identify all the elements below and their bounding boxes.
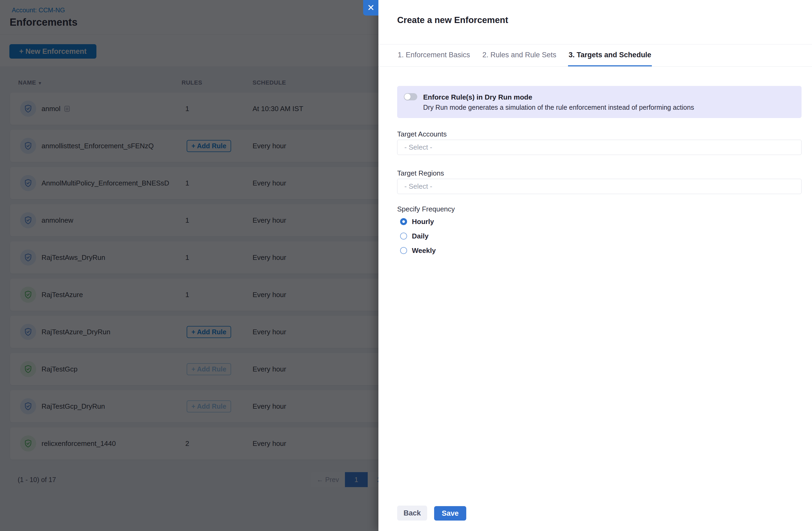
dry-run-description: Dry Run mode generates a simulation of t… bbox=[423, 104, 694, 111]
target-accounts-placeholder: - Select - bbox=[404, 143, 432, 151]
tab-enforcement-basics[interactable]: 1. Enforcement Basics bbox=[397, 44, 470, 67]
dry-run-banner: Enforce Rule(s) in Dry Run mode Dry Run … bbox=[397, 86, 801, 118]
save-button[interactable]: Save bbox=[434, 506, 466, 520]
toggle-knob bbox=[404, 94, 410, 100]
close-button[interactable] bbox=[363, 0, 378, 16]
target-regions-placeholder: - Select - bbox=[404, 182, 432, 191]
dry-run-label: Enforce Rule(s) in Dry Run mode bbox=[423, 93, 532, 101]
radio-icon[interactable] bbox=[400, 247, 407, 254]
frequency-option-weekly[interactable]: Weekly bbox=[400, 247, 436, 254]
wizard-tabs: 1. Enforcement Basics 2. Rules and Rule … bbox=[378, 44, 812, 67]
close-icon bbox=[367, 4, 374, 12]
dry-run-toggle[interactable] bbox=[404, 93, 417, 100]
screen: Account: CCM-NG Enforcements + New Enfor… bbox=[0, 0, 812, 531]
specify-frequency-label: Specify Frequency bbox=[397, 205, 455, 213]
target-accounts-select[interactable]: - Select - bbox=[397, 140, 801, 155]
frequency-option-hourly[interactable]: Hourly bbox=[400, 218, 434, 225]
target-regions-select[interactable]: - Select - bbox=[397, 179, 801, 194]
back-button[interactable]: Back bbox=[397, 505, 427, 520]
target-accounts-label: Target Accounts bbox=[397, 130, 447, 138]
tab-rules-and-rule-sets[interactable]: 2. Rules and Rule Sets bbox=[482, 44, 557, 67]
create-enforcement-drawer: Create a new Enforcement 1. Enforcement … bbox=[378, 0, 812, 531]
frequency-option-daily[interactable]: Daily bbox=[400, 232, 429, 240]
tab-targets-and-schedule[interactable]: 3. Targets and Schedule bbox=[568, 44, 652, 67]
radio-icon[interactable] bbox=[400, 233, 407, 239]
radio-icon[interactable] bbox=[400, 218, 407, 225]
target-regions-label: Target Regions bbox=[397, 169, 444, 177]
drawer-title: Create a new Enforcement bbox=[397, 15, 508, 25]
